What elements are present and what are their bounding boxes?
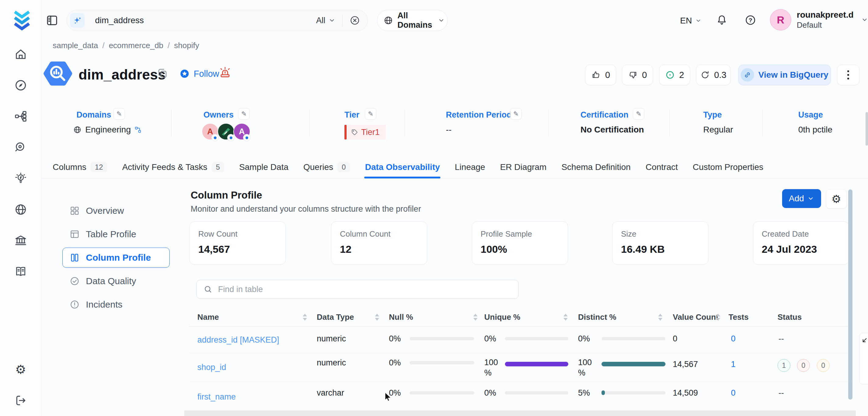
edit-owners-icon[interactable]: ✎ xyxy=(238,108,250,120)
all-domains-dropdown[interactable]: All Domains xyxy=(377,10,448,31)
search-divider xyxy=(342,14,343,26)
tab-schema-definition[interactable]: Schema Definition xyxy=(561,156,630,178)
domains-label: Domains xyxy=(76,110,111,120)
insights-icon[interactable] xyxy=(14,172,27,185)
govern-icon[interactable] xyxy=(14,234,27,247)
breadcrumb-item[interactable]: ecommerce_db xyxy=(109,41,163,50)
distinct-bar xyxy=(601,391,665,395)
breadcrumb: sample_data / ecommerce_db / shopify xyxy=(53,41,199,50)
alert-siren-icon[interactable] xyxy=(218,66,232,81)
unique-pct: 0% xyxy=(484,334,496,344)
explore-icon[interactable] xyxy=(14,78,27,92)
edit-domains-icon[interactable]: ✎ xyxy=(113,108,125,120)
more-options-button[interactable] xyxy=(837,65,860,85)
sort-value-count[interactable] xyxy=(716,314,720,321)
nav-data-quality[interactable]: Data Quality xyxy=(62,271,169,291)
search-scope-dropdown[interactable]: All xyxy=(316,16,336,25)
nav-table-profile[interactable]: Table Profile xyxy=(62,224,169,244)
summary-card-size: Size16.49 KB xyxy=(612,221,708,265)
app-logo-icon[interactable] xyxy=(12,10,32,32)
tab-data-observability[interactable]: Data Observability xyxy=(365,156,440,178)
summary-card-column-count: Column Count12 xyxy=(331,221,427,265)
column-name-link[interactable]: address_id [MASKED] xyxy=(197,335,279,345)
nav-overview[interactable]: Overview xyxy=(62,201,169,221)
column-name-link[interactable]: shop_id xyxy=(197,363,226,372)
help-icon[interactable] xyxy=(744,14,756,26)
discovery-icon[interactable] xyxy=(14,141,27,154)
tag-icon xyxy=(351,129,358,136)
right-edge-panel-tab[interactable] xyxy=(860,333,868,384)
tests-link[interactable]: 0 xyxy=(731,334,736,344)
copy-name-icon[interactable] xyxy=(157,68,169,79)
retention-label: Retention Period xyxy=(446,110,512,120)
status-aborted-badge: 0 xyxy=(817,359,830,372)
view-in-bigquery-button[interactable]: View in BigQuery xyxy=(738,65,831,85)
null-bar xyxy=(410,361,474,364)
home-icon[interactable] xyxy=(14,47,27,61)
collapse-sidebar-icon[interactable] xyxy=(46,14,59,27)
distinct-pct: 0% xyxy=(578,334,590,344)
user-menu[interactable]: R rounakpreet.d Default xyxy=(770,9,868,30)
page-title: dim_address xyxy=(79,66,166,83)
tab-queries[interactable]: Queries0 xyxy=(303,156,350,178)
tab-er-diagram[interactable]: ER Diagram xyxy=(500,156,547,178)
version-button[interactable]: 2 xyxy=(659,65,690,85)
column-name-link[interactable]: first_name xyxy=(197,392,236,402)
follow-button[interactable]: Follow xyxy=(179,68,219,79)
clear-search-icon[interactable] xyxy=(349,15,360,26)
find-in-table[interactable] xyxy=(196,280,519,299)
logout-icon[interactable] xyxy=(14,394,27,407)
edit-certification-icon[interactable]: ✎ xyxy=(633,108,645,120)
downvote-button[interactable]: 0 xyxy=(622,65,653,85)
breadcrumb-item[interactable]: sample_data xyxy=(53,41,98,50)
breadcrumb-item[interactable]: shopify xyxy=(174,41,199,50)
global-search-bar[interactable]: All xyxy=(66,10,368,31)
notifications-bell-icon[interactable] xyxy=(716,14,728,26)
tests-link[interactable]: 1 xyxy=(731,360,736,369)
sort-null[interactable] xyxy=(473,314,477,321)
sort-data-type[interactable] xyxy=(375,314,379,321)
avatar: R xyxy=(770,9,791,30)
check-circle-icon xyxy=(69,276,80,286)
tab-lineage[interactable]: Lineage xyxy=(455,156,485,178)
nav-incidents[interactable]: Incidents xyxy=(62,294,169,315)
nav-column-profile[interactable]: Column Profile xyxy=(62,248,169,268)
profiler-settings-button[interactable]: ⚙ xyxy=(826,189,847,209)
domains-value[interactable]: Engineering xyxy=(73,125,142,135)
summary-card-created-date: Created Date24 Jul 2023 xyxy=(753,221,849,265)
page-scrollbar[interactable] xyxy=(866,112,868,146)
edit-tier-icon[interactable]: ✎ xyxy=(365,108,376,120)
owners-label: Owners xyxy=(204,110,234,120)
upvote-button[interactable]: 0 xyxy=(585,65,616,85)
lineage-icon[interactable] xyxy=(14,109,27,123)
distinct-bar xyxy=(601,363,665,366)
table-horizontal-scrollbar[interactable] xyxy=(184,411,856,416)
sort-unique[interactable] xyxy=(563,314,568,321)
sort-distinct[interactable] xyxy=(658,314,662,321)
language-dropdown[interactable]: EN xyxy=(680,16,702,26)
tier-label: Tier xyxy=(344,110,360,120)
edit-retention-icon[interactable]: ✎ xyxy=(510,108,522,120)
value-count: 14,567 xyxy=(673,360,698,369)
settings-icon[interactable]: ⚙ xyxy=(14,363,27,376)
sort-name[interactable] xyxy=(303,314,307,321)
tab-activity-feeds[interactable]: Activity Feeds & Tasks5 xyxy=(122,156,224,178)
find-in-table-input[interactable] xyxy=(217,284,515,294)
tab-custom-properties[interactable]: Custom Properties xyxy=(692,156,763,178)
add-button[interactable]: Add xyxy=(782,189,821,208)
unique-bar xyxy=(505,391,568,395)
tab-sample-data[interactable]: Sample Data xyxy=(239,156,288,178)
col-header-null: Null % xyxy=(389,313,413,322)
tier-badge[interactable]: Tier1 xyxy=(344,125,386,139)
global-search-input[interactable] xyxy=(94,15,316,26)
tests-link[interactable]: 0 xyxy=(731,388,736,398)
domains-icon[interactable] xyxy=(14,203,27,216)
tab-contract[interactable]: Contract xyxy=(646,156,678,178)
refresh-score-button[interactable]: 0.3 xyxy=(696,65,731,85)
glossary-icon[interactable] xyxy=(14,265,27,278)
value-count: 0 xyxy=(673,334,677,344)
tab-columns[interactable]: Columns12 xyxy=(53,156,107,178)
status-value: -- xyxy=(778,388,784,398)
data-type: numeric xyxy=(317,358,346,367)
content-scrollbar[interactable] xyxy=(848,189,852,399)
